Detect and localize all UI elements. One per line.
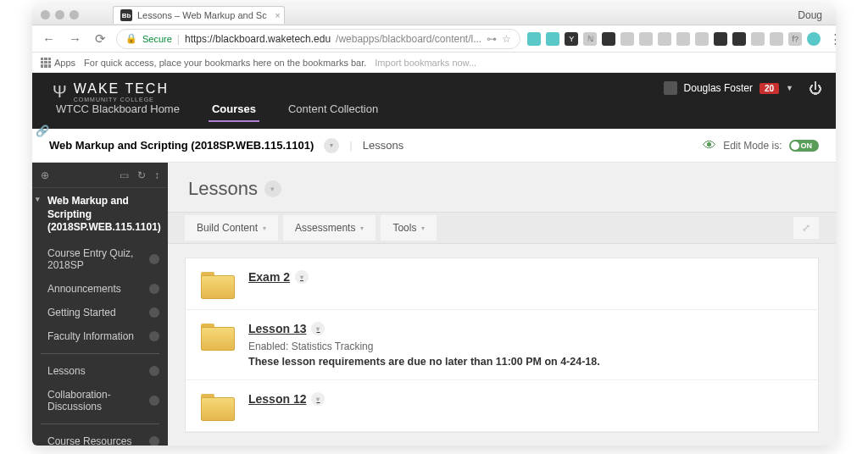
item-title-link[interactable]: Lesson 12 ▾ [248,392,325,406]
item-menu-icon[interactable] [149,307,159,318]
ext-icon[interactable] [807,32,821,46]
add-icon[interactable]: ⊕ [41,169,49,181]
reload-button[interactable]: ⟳ [92,31,109,47]
item-meta: Enabled: Statistics Tracking [248,340,803,352]
import-bookmarks-link[interactable]: Import bookmarks now... [375,58,476,68]
item-description: These lesson requirements are due no lat… [248,356,803,368]
chrome-menu-icon[interactable]: ⋮ [826,31,836,47]
item-menu-icon[interactable] [149,396,159,406]
bookmark-hint: For quick access, place your bookmarks h… [84,58,366,68]
link-icon[interactable]: 🔗 [36,125,49,137]
window-titlebar: Bb Lessons – Web Markup and Sc × Doug [32,5,836,25]
secure-label: Secure [142,34,172,44]
tools-button[interactable]: Tools▾ [381,215,437,241]
close-tab-icon[interactable]: × [275,10,280,20]
browser-tab[interactable]: Bb Lessons – Web Markup and Sc × [113,6,285,24]
sidebar-item-label: Getting Started [47,307,116,318]
apps-button[interactable]: Apps [41,58,75,68]
favicon-icon: Bb [120,9,132,21]
content-item: Exam 2 ▾ [186,258,818,310]
item-menu-icon[interactable] [149,436,159,446]
logo[interactable]: Ψ WAKE TECH COMMUNITY COLLEGE [53,81,169,102]
ext-icon[interactable]: f? [788,32,802,46]
ext-icon[interactable] [732,32,746,46]
content-item: Lesson 13 ▾Enabled: Statistics TrackingT… [186,310,818,380]
sidebar-item[interactable]: Lessons [32,359,168,383]
nav-content[interactable]: Content Collection [285,97,381,122]
course-sidebar: ⊕ ▭ ↻ ↕ Web Markup and Scripting (2018SP… [32,163,168,446]
address-bar[interactable]: 🔒 Secure | https://blackboard.waketech.e… [116,29,520,49]
content-item: Lesson 12 ▾ [186,380,818,432]
page-title-dropdown[interactable]: ▾ [264,180,281,197]
sidebar-item[interactable]: Collaboration-Discussions [32,383,168,418]
build-content-button[interactable]: Build Content▾ [185,215,278,241]
expand-icon[interactable]: ⤢ [793,217,819,239]
crumb-page[interactable]: Lessons [363,139,403,152]
ext-icon[interactable] [620,32,634,46]
sidebar-item[interactable]: Course Resources [32,429,168,446]
item-menu-icon[interactable] [149,254,159,264]
app-header: Ψ WAKE TECH COMMUNITY COLLEGE Douglas Fo… [32,73,836,129]
ext-icon[interactable] [602,32,615,46]
nav-courses[interactable]: Courses [209,97,259,122]
folder-icon [201,394,233,419]
sidebar-item-label: Collaboration-Discussions [47,389,146,412]
item-title-link[interactable]: Lesson 13 ▾ [248,322,325,335]
reorder-icon[interactable]: ↕ [154,169,159,181]
sidebar-item-label: Course Resources [47,435,131,446]
ext-icon[interactable] [695,32,709,46]
sidebar-item[interactable]: Course Entry Quiz, 2018SP [32,241,168,277]
star-icon[interactable]: ☆ [502,33,511,45]
url-path: /webapps/blackboard/content/l... [336,33,481,45]
ext-icon[interactable] [714,32,727,46]
sidebar-item[interactable]: Getting Started [32,301,168,324]
item-menu-icon[interactable] [149,284,159,294]
browser-profile[interactable]: Doug [798,9,827,21]
content-items: Exam 2 ▾Lesson 13 ▾Enabled: Statistics T… [185,257,819,433]
item-dropdown[interactable]: ▾ [295,270,309,284]
refresh-icon[interactable]: ↻ [137,169,146,181]
power-icon[interactable]: ⏻ [809,81,822,97]
item-title-link[interactable]: Exam 2 ▾ [248,270,309,284]
page-title: Lessons ▾ [168,163,836,212]
back-button[interactable]: ← [39,31,58,46]
edit-mode-label: Edit Mode is: [723,140,782,152]
ext-icon[interactable] [770,32,783,46]
assessments-button[interactable]: Assessments▾ [283,215,376,241]
user-menu[interactable]: Douglas Foster 20 ▼ [664,81,793,95]
breadcrumb: Web Markup and Scripting (2018SP.WEB.115… [32,129,836,163]
folder-icon[interactable]: ▭ [120,169,129,181]
ext-icon[interactable] [751,32,765,46]
ext-icon[interactable]: ℕ [583,32,597,46]
sidebar-item-label: Announcements [47,283,121,295]
ext-icon[interactable] [527,32,541,46]
edit-mode-toggle[interactable]: ON [789,140,820,152]
key-icon[interactable]: ⊶ [487,33,497,45]
extensions: Y ℕ f? ⋮ [527,31,836,47]
ext-icon[interactable] [546,32,559,46]
logo-icon: Ψ [53,82,67,102]
ext-icon[interactable] [676,32,690,46]
ext-icon[interactable]: Y [565,32,578,46]
crumb-course[interactable]: Web Markup and Scripting (2018SP.WEB.115… [49,139,314,152]
action-bar: Build Content▾ Assessments▾ Tools▾ ⤢ [168,212,836,244]
sidebar-course-title[interactable]: Web Markup and Scripting (2018SP.WEB.115… [32,188,168,241]
lock-icon: 🔒 [125,33,137,44]
traffic-lights[interactable] [41,10,79,19]
item-menu-icon[interactable] [149,331,159,341]
sidebar-item[interactable]: Faculty Information [32,324,168,348]
forward-button[interactable]: → [65,31,85,46]
crumb-dropdown[interactable]: ▾ [324,138,339,153]
sidebar-item-label: Faculty Information [47,330,134,342]
student-preview-icon[interactable]: 👁 [703,138,716,153]
content-area: Lessons ▾ Build Content▾ Assessments▾ To… [168,163,836,446]
item-dropdown[interactable]: ▾ [311,322,325,335]
ext-icon[interactable] [639,32,653,46]
chevron-down-icon: ▼ [786,84,793,92]
folder-icon [201,272,233,297]
sidebar-item[interactable]: Announcements [32,277,168,301]
item-dropdown[interactable]: ▾ [311,392,325,406]
folder-icon [201,324,233,349]
item-menu-icon[interactable] [149,366,159,376]
ext-icon[interactable] [658,32,671,46]
